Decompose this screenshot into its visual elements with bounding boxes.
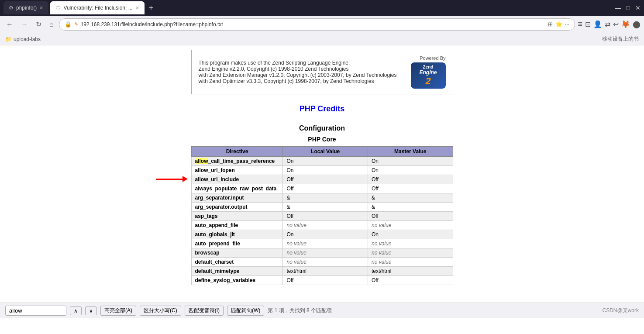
page-content: This program makes use of the Zend Scrip… (0, 45, 644, 318)
reader-icon[interactable]: ⊞ (548, 21, 553, 28)
find-accent-button[interactable]: 匹配变音符(I) (185, 306, 224, 316)
titlebar: ⚙ phpinfo() ✕ 🛡 Vulnerability: File Incl… (0, 0, 644, 16)
directive-cell: always_populate_raw_post_data (191, 184, 283, 193)
local-value-cell: no value (283, 248, 368, 258)
sync-icon[interactable]: ⇄ (605, 20, 610, 28)
new-tab-button[interactable]: + (146, 3, 156, 13)
tabs-icon[interactable]: ⊡ (585, 20, 591, 28)
find-result-text: 第 1 项，共找到 8 个匹配项 (268, 307, 332, 314)
firefox-icon[interactable]: 🦊 (621, 20, 630, 28)
master-value-cell: no value (368, 239, 453, 248)
highlighted-text: allow (195, 158, 208, 164)
find-highlight-all-button[interactable]: 高亮全部(A) (100, 306, 136, 316)
header-directive: Directive (191, 147, 283, 157)
directive-cell: auto_globals_jit (191, 230, 283, 239)
profile-icon[interactable]: ⬤ (633, 20, 641, 28)
tab-phpinfo[interactable]: ⚙ phpinfo() ✕ (3, 1, 48, 14)
master-value-cell: & (368, 193, 453, 203)
local-value-cell: On (283, 230, 368, 239)
powered-by-text: Powered By (411, 55, 446, 61)
zend-line4: with Zend Optimizer v3.3.3, Copyright (c… (199, 78, 404, 84)
find-up-button[interactable]: ∧ (70, 306, 82, 315)
master-value-cell: On (368, 230, 453, 239)
account-icon[interactable]: 👤 (593, 20, 602, 28)
forward-button[interactable]: → (18, 19, 31, 30)
config-table: Directive Local Value Master Value allow… (191, 146, 453, 285)
zend-logo-bottom: Engine (419, 69, 437, 76)
master-value-cell: text/html (368, 267, 453, 276)
zend-logo-num: 2 (425, 76, 430, 87)
directive-cell: allow_url_include (191, 175, 283, 184)
divider-1 (191, 98, 453, 98)
master-value-cell: no value (368, 221, 453, 230)
master-value-cell: On (368, 157, 453, 166)
table-row: asp_tagsOffOff (191, 212, 453, 221)
directive-cell: asp_tags (191, 212, 283, 221)
nav-bar: ← → ↻ ⌂ 🔒 ✎ 192.168.239.131/fileinclude/… (0, 16, 644, 33)
bookmark-mobile[interactable]: 移动设备上的书 (602, 35, 639, 43)
configuration-title: Configuration (0, 124, 644, 132)
table-row: auto_globals_jitOnOn (191, 230, 453, 239)
zend-section: This program makes use of the Zend Scrip… (0, 45, 644, 94)
find-input[interactable] (5, 306, 66, 316)
table-row: arg_separator.input&& (191, 193, 453, 203)
minimize-button[interactable]: — (615, 4, 621, 11)
header-master: Master Value (368, 147, 453, 157)
directive-cell: auto_append_file (191, 221, 283, 230)
tab-vulnerability-close[interactable]: ✕ (135, 5, 139, 11)
address-bar[interactable]: 🔒 ✎ 192.168.239.131/fileinclude/include.… (59, 18, 575, 31)
table-row: always_populate_raw_post_dataOffOff (191, 184, 453, 193)
tab-phpinfo-close[interactable]: ✕ (39, 5, 43, 11)
master-value-cell: no value (368, 258, 453, 267)
find-down-button[interactable]: ∨ (85, 306, 97, 315)
bookmark-bar: 📁 upload-labs 移动设备上的书 (0, 33, 644, 45)
tab-phpinfo-icon: ⚙ (9, 5, 14, 11)
master-value-cell: Off (368, 184, 453, 193)
master-value-cell: Off (368, 276, 453, 285)
tab-vulnerability-label: Vulnerability: File Inclusion: ... (63, 5, 132, 11)
directive-cell: allow_url_fopen (191, 166, 283, 175)
local-value-cell: On (283, 157, 368, 166)
bookmark-star-icon[interactable]: ⭐ (555, 21, 562, 28)
more-icon[interactable]: ··· (565, 21, 570, 28)
local-value-cell: no value (283, 221, 368, 230)
table-header-row: Directive Local Value Master Value (191, 147, 453, 157)
table-row: define_syslog_variablesOffOff (191, 276, 453, 285)
local-value-cell: no value (283, 239, 368, 248)
master-value-cell: Off (368, 175, 453, 184)
table-row: auto_append_fileno valueno value (191, 221, 453, 230)
back2-icon[interactable]: ↩ (613, 20, 619, 28)
security-icon: 🔒 (65, 21, 72, 28)
tab-vulnerability[interactable]: 🛡 Vulnerability: File Inclusion: ... ✕ (50, 1, 144, 14)
find-word-button[interactable]: 匹配词句(W) (227, 306, 264, 316)
window-controls: — □ ✕ (615, 4, 641, 11)
master-value-cell: no value (368, 248, 453, 258)
directive-cell: allow_call_time_pass_reference (191, 157, 283, 166)
address-icons: ⊞ ⭐ ··· (548, 21, 570, 28)
table-row: default_mimetypetext/htmltext/html (191, 267, 453, 276)
library-icon[interactable]: ≡ (578, 20, 582, 29)
zend-logo: Zend Engine 2 (411, 62, 446, 89)
arrow-line (156, 179, 183, 180)
zend-line2: Zend Engine v2.2.0, Copyright (c) 1998-2… (199, 66, 404, 72)
maximize-button[interactable]: □ (627, 4, 630, 11)
master-value-cell: Off (368, 212, 453, 221)
directive-cell: define_syslog_variables (191, 276, 283, 285)
table-row: allow_call_time_pass_referenceOnOn (191, 157, 453, 166)
find-case-sensitive-button[interactable]: 区分大小写(C) (140, 306, 181, 316)
directive-cell: arg_separator.output (191, 203, 283, 212)
back-button[interactable]: ← (3, 19, 16, 30)
table-row: arg_separator.output&& (191, 203, 453, 212)
bookmark-folder-icon: 📁 (5, 36, 12, 42)
master-value-cell: On (368, 166, 453, 175)
zend-text: This program makes use of the Zend Scrip… (199, 60, 404, 84)
home-button[interactable]: ⌂ (47, 19, 56, 30)
table-row: allow_url_fopenOnOn (191, 166, 453, 175)
reload-button[interactable]: ↻ (33, 18, 44, 30)
bookmark-upload-labs[interactable]: 📁 upload-labs (5, 36, 41, 42)
directive-cell: default_mimetype (191, 267, 283, 276)
tab-vulnerability-icon: 🛡 (55, 5, 61, 11)
directive-cell: default_charset (191, 258, 283, 267)
close-button[interactable]: ✕ (635, 4, 641, 11)
local-value-cell: Off (283, 175, 368, 184)
